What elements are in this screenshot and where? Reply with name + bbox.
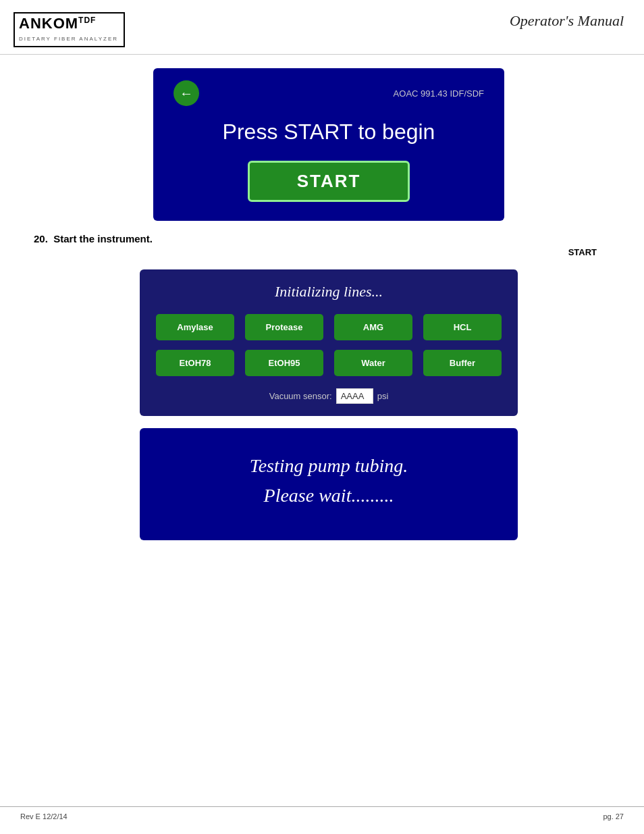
- back-button[interactable]: ←: [173, 80, 199, 106]
- logo-border: ANKOMTDF DIETARY FIBER ANALYZER: [14, 12, 125, 47]
- water-button[interactable]: Water: [334, 350, 412, 376]
- page-header: ANKOMTDF DIETARY FIBER ANALYZER Operator…: [0, 0, 644, 55]
- amg-button[interactable]: AMG: [334, 314, 412, 340]
- protocol-label: AOAC 991.43 IDF/SDF: [394, 88, 484, 99]
- init-screen-panel: Initializing lines... Amylase Protease A…: [140, 269, 518, 416]
- etoh78-button[interactable]: EtOH78: [156, 350, 234, 376]
- manual-title: Operator's Manual: [510, 12, 624, 30]
- vacuum-label: Vacuum sensor:: [269, 391, 332, 401]
- start-screen-topbar: ← AOAC 991.43 IDF/SDF: [173, 80, 484, 106]
- footer-page: pg. 27: [603, 812, 624, 820]
- step-ref: START: [34, 247, 624, 257]
- start-button[interactable]: START: [248, 161, 410, 202]
- step-number: 20.: [34, 233, 48, 244]
- step-description: Start the instrument.: [53, 233, 153, 244]
- vacuum-value-input[interactable]: [336, 388, 373, 404]
- amylase-button[interactable]: Amylase: [156, 314, 234, 340]
- logo-sub: DIETARY FIBER ANALYZER: [19, 36, 118, 42]
- logo-brand: ANKOMTDF: [19, 15, 96, 32]
- logo-area: ANKOMTDF DIETARY FIBER ANALYZER: [14, 12, 125, 47]
- start-screen-panel: ← AOAC 991.43 IDF/SDF Press START to beg…: [153, 68, 504, 221]
- protease-button[interactable]: Protease: [245, 314, 323, 340]
- footer-rev: Rev E 12/2/14: [20, 812, 68, 820]
- vacuum-row: Vacuum sensor: psi: [156, 388, 502, 404]
- page-footer: Rev E 12/2/14 pg. 27: [0, 806, 644, 820]
- testing-line2: Please wait.........: [160, 485, 498, 506]
- testing-line1: Testing pump tubing.: [160, 455, 498, 477]
- logo-tdf: TDF: [78, 16, 96, 25]
- press-start-text: Press START to begin: [173, 120, 484, 145]
- buffer-button[interactable]: Buffer: [423, 350, 502, 376]
- hcl-button[interactable]: HCL: [423, 314, 502, 340]
- vacuum-unit: psi: [377, 391, 389, 401]
- testing-screen-panel: Testing pump tubing. Please wait........…: [140, 428, 518, 540]
- line-buttons-grid: Amylase Protease AMG HCL EtOH78 EtOH95 W…: [156, 314, 502, 376]
- init-title: Initializing lines...: [156, 283, 502, 301]
- main-content: ← AOAC 991.43 IDF/SDF Press START to beg…: [0, 55, 644, 567]
- etoh95-button[interactable]: EtOH95: [245, 350, 323, 376]
- logo-brand-text: ANKOM: [19, 15, 78, 32]
- back-arrow-icon: ←: [180, 86, 193, 101]
- step-20-text: 20. Start the instrument.: [34, 233, 624, 244]
